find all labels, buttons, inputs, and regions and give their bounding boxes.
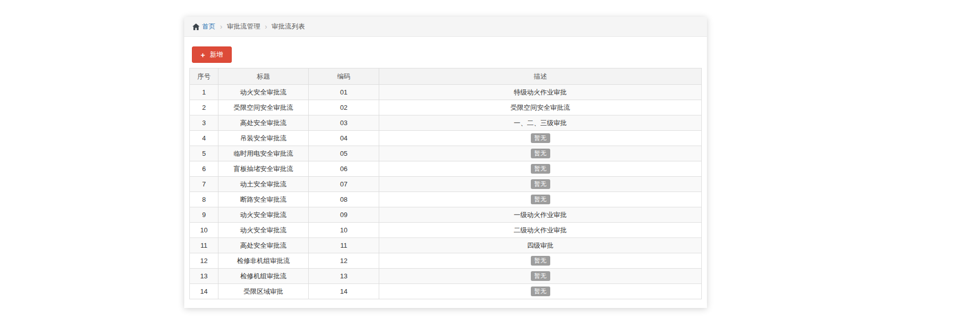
breadcrumb-home-label: 首页 (202, 22, 215, 31)
table-row[interactable]: 7 动土安全审批流 07 暂无 (190, 177, 702, 192)
row-code: 09 (309, 207, 379, 223)
row-description: 受限空间安全审批流 (510, 104, 570, 111)
row-description-cell: 受限空间安全审批流 (379, 100, 702, 115)
table-header-row: 序号 标题 编码 描述 (190, 68, 702, 85)
row-description-cell: 暂无 (379, 253, 702, 269)
empty-badge: 暂无 (531, 256, 550, 266)
home-icon (192, 23, 200, 30)
table-row[interactable]: 5 临时用电安全审批流 05 暂无 (190, 146, 702, 161)
breadcrumb-item-approval-management[interactable]: 审批流管理 (227, 22, 260, 31)
table-row[interactable]: 1 动火安全审批流 01 特级动火作业审批 (190, 85, 702, 100)
row-title: 受限空间安全审批流 (218, 100, 309, 115)
row-number: 4 (190, 131, 218, 146)
row-title: 吊装安全审批流 (218, 131, 309, 146)
approval-flow-table: 序号 标题 编码 描述 1 动火安全审批流 01 特级动火作业审批 2 受限空间… (189, 68, 702, 299)
breadcrumb-home-link[interactable]: 首页 (192, 22, 215, 31)
row-title: 高处安全审批流 (218, 115, 309, 131)
row-code: 07 (309, 177, 379, 192)
table-row[interactable]: 10 动火安全审批流 10 二级动火作业审批 (190, 223, 702, 238)
row-number: 1 (190, 85, 218, 100)
plus-icon: + (201, 51, 205, 59)
breadcrumb-separator: › (265, 23, 267, 30)
breadcrumb: 首页 › 审批流管理 › 审批流列表 (184, 17, 707, 37)
main-content: + 新增 序号 标题 编码 描述 1 动火安全审批流 01 特级动火作业审批 2… (184, 37, 707, 299)
row-code: 01 (309, 85, 379, 100)
row-description: 一、二、三级审批 (514, 119, 567, 127)
header-no: 序号 (190, 68, 218, 85)
row-code: 04 (309, 131, 379, 146)
table-row[interactable]: 6 盲板抽堵安全审批流 06 暂无 (190, 161, 702, 177)
table-row[interactable]: 14 受限区域审批 14 暂无 (190, 284, 702, 299)
table-body: 1 动火安全审批流 01 特级动火作业审批 2 受限空间安全审批流 02 受限空… (190, 85, 702, 299)
header-description: 描述 (379, 68, 702, 85)
row-title: 盲板抽堵安全审批流 (218, 161, 309, 177)
row-description-cell: 暂无 (379, 161, 702, 177)
row-description-cell: 一级动火作业审批 (379, 207, 702, 223)
row-title: 检修非机组审批流 (218, 253, 309, 269)
row-title: 检修机组审批流 (218, 269, 309, 284)
row-description: 一级动火作业审批 (514, 211, 567, 219)
add-button-label: 新增 (210, 50, 223, 59)
row-title: 临时用电安全审批流 (218, 146, 309, 161)
row-title: 动土安全审批流 (218, 177, 309, 192)
breadcrumb-item-approval-list: 审批流列表 (272, 22, 305, 31)
table-row[interactable]: 9 动火安全审批流 09 一级动火作业审批 (190, 207, 702, 223)
row-description-cell: 二级动火作业审批 (379, 223, 702, 238)
empty-badge: 暂无 (531, 164, 550, 174)
row-code: 06 (309, 161, 379, 177)
row-code: 03 (309, 115, 379, 131)
empty-badge: 暂无 (531, 271, 550, 281)
row-number: 2 (190, 100, 218, 115)
row-code: 11 (309, 238, 379, 253)
row-number: 14 (190, 284, 218, 299)
row-number: 12 (190, 253, 218, 269)
empty-badge: 暂无 (531, 179, 550, 189)
table-row[interactable]: 2 受限空间安全审批流 02 受限空间安全审批流 (190, 100, 702, 115)
row-description: 四级审批 (527, 242, 554, 249)
row-title: 动火安全审批流 (218, 223, 309, 238)
table-row[interactable]: 3 高处安全审批流 03 一、二、三级审批 (190, 115, 702, 131)
row-number: 5 (190, 146, 218, 161)
row-description-cell: 暂无 (379, 131, 702, 146)
table-row[interactable]: 4 吊装安全审批流 04 暂无 (190, 131, 702, 146)
row-description-cell: 暂无 (379, 192, 702, 207)
empty-badge: 暂无 (531, 133, 550, 143)
row-description-cell: 暂无 (379, 146, 702, 161)
row-description-cell: 暂无 (379, 177, 702, 192)
row-number: 11 (190, 238, 218, 253)
table-row[interactable]: 12 检修非机组审批流 12 暂无 (190, 253, 702, 269)
row-code: 02 (309, 100, 379, 115)
row-title: 动火安全审批流 (218, 207, 309, 223)
empty-badge: 暂无 (531, 287, 550, 296)
header-code: 编码 (309, 68, 379, 85)
add-button[interactable]: + 新增 (192, 46, 232, 63)
row-number: 9 (190, 207, 218, 223)
header-title: 标题 (218, 68, 309, 85)
row-description-cell: 一、二、三级审批 (379, 115, 702, 131)
row-number: 8 (190, 192, 218, 207)
row-description-cell: 特级动火作业审批 (379, 85, 702, 100)
row-title: 受限区域审批 (218, 284, 309, 299)
empty-badge: 暂无 (531, 195, 550, 204)
row-description-cell: 暂无 (379, 284, 702, 299)
row-code: 10 (309, 223, 379, 238)
row-number: 6 (190, 161, 218, 177)
row-code: 14 (309, 284, 379, 299)
row-code: 08 (309, 192, 379, 207)
breadcrumb-separator: › (220, 23, 223, 30)
row-code: 12 (309, 253, 379, 269)
table-row[interactable]: 13 检修机组审批流 13 暂无 (190, 269, 702, 284)
row-description: 特级动火作业审批 (514, 88, 567, 96)
row-description: 二级动火作业审批 (514, 226, 567, 234)
row-title: 动火安全审批流 (218, 85, 309, 100)
row-description-cell: 暂无 (379, 269, 702, 284)
row-number: 10 (190, 223, 218, 238)
row-description-cell: 四级审批 (379, 238, 702, 253)
table-row[interactable]: 8 断路安全审批流 08 暂无 (190, 192, 702, 207)
row-number: 7 (190, 177, 218, 192)
row-code: 13 (309, 269, 379, 284)
empty-badge: 暂无 (531, 149, 550, 158)
table-row[interactable]: 11 高处安全审批流 11 四级审批 (190, 238, 702, 253)
row-code: 05 (309, 146, 379, 161)
content-card: 首页 › 审批流管理 › 审批流列表 + 新增 序号 标题 编码 描述 1 动火… (184, 17, 707, 308)
